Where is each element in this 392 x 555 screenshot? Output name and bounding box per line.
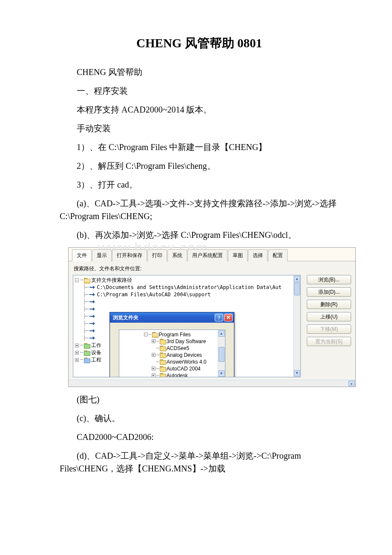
folder-label: 3rd Day Software [167,338,206,345]
body-paragraph: CAD2000~CAD2006: [60,431,339,443]
path-arrow-icon [89,292,95,297]
folder-row[interactable]: +─3rd Day Software [122,338,224,345]
expander-icon[interactable]: + [152,367,156,370]
path-arrow-icon [89,307,95,311]
browse-body: -─Program Files+─3rd Day Software─ACDSee… [110,323,234,377]
expander-icon[interactable]: + [75,351,79,355]
dialog-titlebar[interactable]: 浏览文件夹 ? ✕ [110,312,234,323]
tree-path: C:\Program Files\AutoCAD 2004\support [97,291,210,298]
scrollbar-vertical[interactable]: ▲ ▼ [218,330,225,377]
tree-row[interactable]: ├─C:\Program Files\AutoCAD 2004\support [75,291,300,298]
scroll-down-icon[interactable]: ▼ [219,370,225,377]
tree-label: 工作 [91,342,101,349]
tab-打开和保存[interactable]: 打开和保存 [112,249,147,261]
button-浏览B[interactable]: 浏览(B)... [307,275,351,284]
scroll-right-icon[interactable]: ▸ [349,381,355,386]
folder-tree[interactable]: -─Program Files+─3rd Day Software─ACDSee… [119,330,225,377]
path-arrow-icon [89,300,95,304]
expander-icon[interactable]: + [152,353,156,357]
button-删除R[interactable]: 删除(R) [307,300,351,309]
body-paragraph: 2）、解压到 C:\Program Files\cheng。 [60,159,339,172]
expander-icon[interactable]: + [152,339,156,343]
folder-icon [160,366,166,371]
body-paragraph: 本程序支持 ACAD2000~2014 版本。 [60,103,339,116]
path-arrow-icon [89,329,95,333]
folder-label: AnswerWorks 4.0 [167,358,207,365]
scroll-thumb[interactable] [219,347,225,362]
expander-icon[interactable]: + [152,373,156,377]
path-arrow-icon [89,314,95,318]
folder-icon [84,358,90,362]
path-arrow-icon [89,336,95,340]
path-arrow-icon [89,285,95,289]
scroll-thumb[interactable] [294,283,300,295]
body-paragraph: 一、程序安装 [60,84,339,97]
tab-草图[interactable]: 草图 [228,249,248,261]
tree-row[interactable]: ├─ [75,298,300,306]
scroll-down-icon[interactable]: ▼ [294,370,300,376]
body-paragraph: (b)、再次添加->浏览->选择 C:\Program Files\CHENG\… [60,228,339,241]
folder-row[interactable]: +─Analog Devices [122,352,224,358]
section-label: 搜索路径、文件名和文件位置: [73,264,351,275]
tree-path: C:\Documents and Settings\Administrator\… [97,284,281,291]
tree-row[interactable]: ├─C:\Documents and Settings\Administrato… [75,284,300,291]
tab-用户系统配置[interactable]: 用户系统配置 [187,249,228,261]
folder-row[interactable]: ─AnswerWorks 4.0 [122,358,224,365]
button-置为当前S: 置为当前(S) [307,337,351,346]
expander-icon[interactable]: + [75,344,79,347]
expander-icon[interactable]: + [75,358,79,362]
tab-选择[interactable]: 选择 [248,249,268,261]
tab-文件[interactable]: 文件 [72,249,92,261]
dialog-body: 搜索路径、文件名和文件位置: -─支持文件搜索路径 ├─C:\Documents… [69,261,355,380]
folder-icon [84,350,90,355]
expander-icon[interactable]: - [144,332,148,336]
button-添加D[interactable]: 添加(D)... [307,287,351,297]
folder-label: AutoCAD 2004 [167,365,201,372]
scrollbar-horizontal[interactable]: ▸ [69,380,355,387]
folder-label: Program Files [159,331,191,338]
folder-open-icon [84,278,90,283]
tab-显示[interactable]: 显示 [92,249,112,261]
tree-label: 工程 [91,356,101,364]
body-paragraph: (d)、CAD->工具->自定义->菜单->菜单组->浏览->C:\Progra… [60,449,339,475]
tree-row[interactable]: -─支持文件搜索路径 [75,277,300,284]
path-arrow-icon [89,321,95,326]
help-icon[interactable]: ? [215,314,223,321]
folder-row[interactable]: +─Autodesk [122,372,224,377]
body-paragraph: 手动安装 [60,122,339,135]
tab-打印[interactable]: 打印 [147,249,167,261]
figure-caption: (图七) [60,393,339,406]
folder-row[interactable]: +─AutoCAD 2004 [122,365,224,372]
tree-label: 设备 [91,349,101,356]
tab-系统[interactable]: 系统 [167,249,187,261]
screenshot-container: www.bdocx.com 文件显示打开和保存打印系统用户系统配置草图选择配置 … [60,247,339,387]
scroll-up-icon[interactable]: ▲ [294,276,300,282]
body-paragraph: 3）、打开 cad。 [60,178,339,191]
folder-row[interactable]: -─Program Files [122,331,224,338]
folder-icon [160,373,166,377]
body-paragraph: CHENG 风管帮助 [60,66,339,78]
folder-icon [160,353,166,357]
scrollbar-vertical[interactable]: ▲ ▼ [293,275,300,377]
options-dialog: 文件显示打开和保存打印系统用户系统配置草图选择配置 搜索路径、文件名和文件位置:… [68,247,356,387]
folder-row[interactable]: ─ACDSee5 [122,345,224,352]
tab-配置[interactable]: 配置 [268,249,288,261]
button-上移U[interactable]: 上移(U) [307,312,351,321]
folder-icon [152,332,158,337]
paths-tree-panel[interactable]: -─支持文件搜索路径 ├─C:\Documents and Settings\A… [73,275,301,377]
body-paragraph: (a)、CAD->工具->选项->文件->支持文件搜索路径->添加->浏览->选… [60,197,339,223]
button-column: 浏览(B)...添加(D)...删除(R)上移(U)下移(M)置为当前(S) [301,275,351,377]
folder-label: Autodesk [167,372,188,377]
body-paragraph: 1）、在 C:\Program Files 中新建一目录【CHENG】 [60,141,339,153]
folder-icon [84,343,90,348]
scroll-up-icon[interactable]: ▲ [219,330,225,337]
folder-icon [160,346,166,350]
folder-icon [160,359,166,364]
browse-folder-dialog: 浏览文件夹 ? ✕ -─Program Files+─3rd Day Softw… [110,312,234,377]
tab-strip: 文件显示打开和保存打印系统用户系统配置草图选择配置 [69,248,355,261]
dialog-title: 浏览文件夹 [113,314,214,321]
button-下移M: 下移(M) [307,324,351,334]
close-icon[interactable]: ✕ [224,314,233,321]
expander-icon[interactable]: - [75,278,79,282]
tree-label: 支持文件搜索路径 [91,277,132,284]
